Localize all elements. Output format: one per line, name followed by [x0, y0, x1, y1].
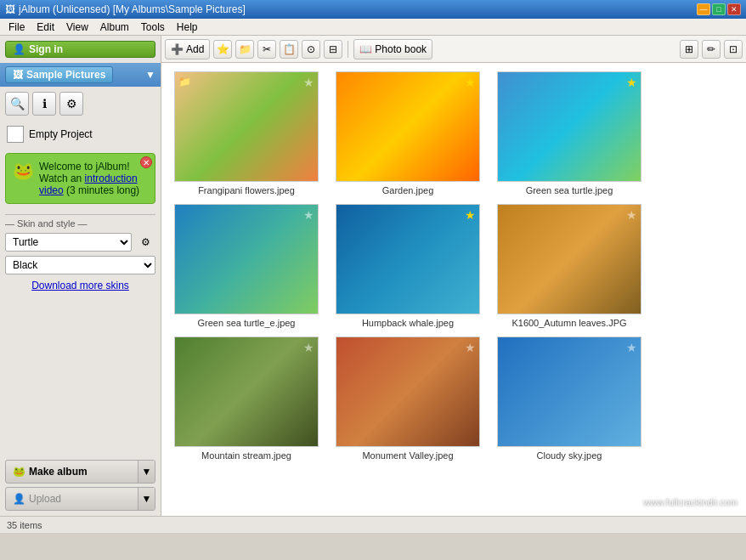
photo-name: Green sea turtle_e.jpeg: [198, 318, 296, 328]
minimize-button[interactable]: —: [697, 3, 710, 15]
skin-settings-icon[interactable]: ⚙: [135, 232, 155, 252]
title-text: jAlbum (Unlicensed) [My Albums\Sample Pi…: [19, 3, 246, 15]
photo-name: Monument Valley.jpeg: [362, 450, 453, 461]
sign-in-icon: 👤: [13, 43, 25, 55]
fullscreen-button[interactable]: ⊡: [724, 40, 743, 59]
album-dropdown-icon[interactable]: ▼: [145, 69, 155, 81]
photo-name: Humpback whale.jpeg: [362, 318, 454, 328]
album-icon: 🖼: [13, 69, 23, 81]
photo-item[interactable]: ★K1600_Autumn leaves.JPG: [493, 204, 646, 328]
menu-help[interactable]: Help: [172, 20, 203, 35]
intro-duration: (3 minutes long): [66, 184, 139, 196]
empty-project-icon: [7, 126, 24, 143]
sidebar-album-header: 🖼 Sample Pictures ▼: [0, 63, 161, 87]
folder-button[interactable]: 📁: [235, 40, 254, 59]
filter-button[interactable]: ⊟: [324, 40, 342, 59]
photo-thumbnail[interactable]: ★: [336, 71, 480, 182]
star-icon[interactable]: ★: [303, 76, 314, 89]
star-icon[interactable]: ★: [626, 341, 637, 354]
menu-album[interactable]: Album: [95, 20, 134, 35]
photo-name: Mountain stream.jpeg: [201, 450, 291, 461]
welcome-title: Welcome to jAlbum!: [39, 161, 129, 173]
upload-main: 👤 Upload: [6, 493, 138, 505]
menu-view[interactable]: View: [61, 20, 93, 35]
star-icon[interactable]: ★: [465, 341, 476, 354]
color-selector[interactable]: Black White Blue: [5, 256, 155, 274]
empty-project-item[interactable]: Empty Project: [0, 121, 161, 148]
toolbar: ➕ Add ⭐ 📁 ✂ 📋 ⊙ ⊟ 📖 Photo book ⊞ ✏ ⊡: [161, 36, 746, 63]
title-bar-left: 🖼 jAlbum (Unlicensed) [My Albums\Sample …: [5, 3, 246, 15]
photo-item[interactable]: ★Mountain stream.jpeg: [170, 337, 323, 461]
star-icon[interactable]: ★: [303, 341, 314, 354]
circle-button[interactable]: ⊙: [302, 40, 320, 59]
album-name: Sample Pictures: [26, 69, 105, 81]
info-button[interactable]: ℹ: [32, 92, 56, 116]
photo-thumbnail[interactable]: ★: [497, 71, 641, 182]
grid-view-button[interactable]: ⊞: [680, 40, 698, 59]
sign-in-area: 👤 Sign in: [0, 36, 161, 63]
photo-item[interactable]: ★Green sea turtle.jpeg: [493, 71, 646, 195]
frog-make-icon: 🐸: [13, 466, 25, 478]
content-area: 📁★Frangipani flowers.jpeg★Garden.jpeg★Gr…: [161, 63, 746, 516]
add-label: Add: [186, 43, 204, 55]
menu-edit[interactable]: Edit: [31, 20, 59, 35]
photobook-label: Photo book: [375, 43, 427, 55]
sidebar: 👤 Sign in 🖼 Sample Pictures ▼ 🔍 ℹ ⚙ Empt…: [0, 36, 161, 516]
bottom-buttons: 🐸 Make album ▼ 👤 Upload ▼: [0, 455, 161, 516]
photo-thumbnail[interactable]: ★: [497, 204, 641, 314]
photobook-button[interactable]: 📖 Photo book: [353, 39, 432, 59]
star-icon[interactable]: ★: [303, 208, 314, 222]
photo-item[interactable]: ★Humpback whale.jpeg: [331, 204, 484, 328]
make-album-dropdown[interactable]: ▼: [138, 460, 155, 484]
photo-thumbnail[interactable]: ★: [336, 337, 480, 447]
maximize-button[interactable]: □: [712, 3, 726, 15]
menu-file[interactable]: File: [3, 20, 30, 35]
search-button[interactable]: 🔍: [5, 92, 29, 116]
book-icon: 📖: [359, 43, 372, 55]
photo-thumbnail[interactable]: ★: [497, 337, 641, 447]
star-icon[interactable]: ★: [465, 208, 476, 222]
photo-name: Cloudy sky.jpeg: [537, 450, 602, 461]
welcome-box: ✕ 🐸 Welcome to jAlbum! Watch an introduc…: [5, 153, 155, 204]
star-icon[interactable]: ★: [626, 208, 637, 222]
photo-name: K1600_Autumn leaves.JPG: [511, 318, 626, 328]
photo-thumbnail[interactable]: ★: [174, 204, 319, 314]
sign-in-button[interactable]: 👤 Sign in: [5, 41, 155, 58]
photo-item[interactable]: ★Monument Valley.jpeg: [331, 337, 484, 461]
photo-item[interactable]: 📁★Frangipani flowers.jpeg: [170, 71, 323, 195]
add-button[interactable]: ➕ Add: [165, 39, 210, 59]
photo-thumbnail[interactable]: ★: [336, 204, 480, 314]
copy-button[interactable]: 📋: [280, 40, 298, 59]
edit-view-button[interactable]: ✏: [702, 40, 721, 59]
photo-name: Garden.jpeg: [382, 185, 434, 195]
welcome-text: 🐸 Welcome to jAlbum! Watch an introducti…: [13, 161, 148, 196]
photo-item[interactable]: ★Garden.jpeg: [331, 71, 484, 195]
sign-in-label: Sign in: [29, 43, 63, 55]
skin-selector[interactable]: Turtle Modern Clean: [5, 233, 132, 252]
upload-dropdown[interactable]: ▼: [138, 487, 155, 511]
star-icon[interactable]: ★: [626, 76, 637, 89]
photo-thumbnail[interactable]: 📁★: [174, 71, 319, 182]
photo-thumbnail[interactable]: ★: [174, 337, 319, 447]
close-button[interactable]: ✕: [727, 3, 741, 15]
photo-item[interactable]: ★Cloudy sky.jpeg: [493, 337, 646, 461]
settings-button[interactable]: ⚙: [59, 92, 83, 116]
toolbar-separator: [348, 41, 348, 58]
star-icon[interactable]: ★: [465, 76, 476, 89]
photo-name: Frangipani flowers.jpeg: [198, 185, 295, 195]
star-button[interactable]: ⭐: [213, 40, 232, 59]
main-layout: 👤 Sign in 🖼 Sample Pictures ▼ 🔍 ℹ ⚙ Empt…: [0, 36, 746, 516]
download-skins-link[interactable]: Download more skins: [5, 278, 155, 293]
album-selector[interactable]: 🖼 Sample Pictures: [5, 66, 113, 83]
upload-button[interactable]: 👤 Upload ▼: [5, 487, 155, 511]
status-bar: 35 items: [0, 516, 746, 533]
menu-tools[interactable]: Tools: [136, 20, 170, 35]
make-album-button[interactable]: 🐸 Make album ▼: [5, 460, 155, 484]
welcome-close-button[interactable]: ✕: [140, 156, 152, 168]
upload-icon: 👤: [13, 493, 25, 505]
photo-item[interactable]: ★Green sea turtle_e.jpeg: [170, 204, 323, 328]
cut-button[interactable]: ✂: [257, 40, 276, 59]
folder-icon[interactable]: 📁: [178, 76, 191, 88]
skin-section-title: — Skin and style —: [5, 214, 155, 229]
welcome-watch-text: Watch an: [39, 173, 82, 184]
